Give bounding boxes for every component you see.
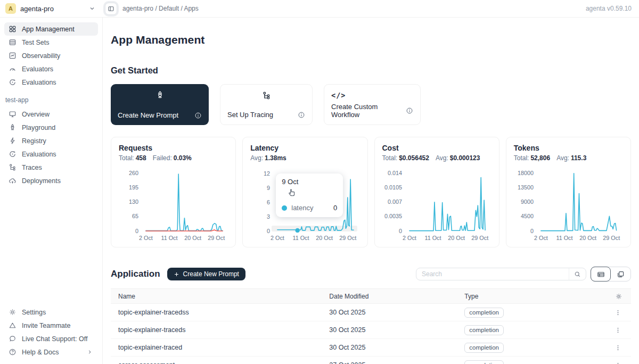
card-view-button[interactable] [610,267,630,281]
svg-text:0.007: 0.007 [387,198,402,205]
table-row[interactable]: topic-explainer-traceds 30 Oct 2025 comp… [111,321,631,339]
svg-text:13500: 13500 [518,184,534,191]
create-new-prompt-card[interactable]: Create New Prompt [111,84,209,125]
svg-text:130: 130 [129,198,138,205]
svg-text:20 Oct: 20 Oct [184,235,201,241]
svg-text:3: 3 [267,213,270,220]
card-label: Create New Prompt [118,111,178,119]
svg-text:20 Oct: 20 Oct [448,235,465,241]
series-dot [282,205,287,211]
column-header-date[interactable]: Date Modified [329,293,464,300]
svg-text:0.014: 0.014 [387,170,402,176]
card-label: Set Up Tracing [227,111,273,119]
latency-card: Latency Avg:1.38ms 0369122 Oct11 Oct20 O… [242,137,367,247]
breadcrumb[interactable]: agenta-pro / Default / Apps [122,5,199,12]
app-name: topic-explainer-tracedss [111,309,329,316]
search-input[interactable] [416,270,569,278]
sidebar-item-observability[interactable]: Observability [4,49,98,62]
column-header-type[interactable]: Type [464,293,594,300]
lightning-icon [9,137,17,145]
sidebar-item-label: Registry [22,137,46,145]
cost-card: Cost Total:$0.056452 Avg:$0.000123 00.00… [374,137,499,247]
search-button[interactable] [569,268,586,280]
cost-chart[interactable]: 00.00350.0070.01050.0142 Oct11 Oct20 Oct… [382,166,491,244]
tooltip-row: latency 0 [282,204,337,212]
set-up-tracing-card[interactable]: Set Up Tracing [220,84,313,125]
sidebar-item-registry[interactable]: Registry [4,134,98,147]
app-name: topic-explainer-traceds [111,326,329,334]
main-content: App Management Get Started Create New Pr… [103,18,639,364]
sidebar-item-traces[interactable]: Traces [4,161,98,174]
code-icon: </> [331,90,413,100]
svg-text:65: 65 [132,213,138,219]
requests-chart[interactable]: 0651301952602 Oct11 Oct20 Oct29 Oct [119,166,228,244]
sidebar-item-playground[interactable]: Playground [4,121,98,134]
chart-title: Requests [119,144,228,152]
create-new-prompt-button[interactable]: Create New Prompt [167,268,245,280]
sidebar-item-evaluations[interactable]: Evaluations [4,76,98,89]
kebab-menu-icon[interactable] [613,361,622,364]
svg-text:9000: 9000 [521,198,534,205]
table-row[interactable]: topic-explainer-traced 30 Oct 2025 compl… [111,339,631,357]
svg-text:12: 12 [264,170,270,177]
sidebar-item-evaluations-app[interactable]: Evaluations [4,147,98,161]
svg-text:29 Oct: 29 Oct [340,235,357,241]
svg-text:0.0035: 0.0035 [384,213,402,219]
workspace-selector[interactable]: A agenta-pro [0,3,103,14]
refresh-circle-icon [9,150,17,158]
svg-text:29 Oct: 29 Oct [603,235,620,241]
svg-text:0: 0 [398,228,402,234]
workspace-name: agenta-pro [20,5,54,13]
info-icon[interactable] [194,112,202,119]
svg-text:11 Oct: 11 Oct [161,235,178,241]
kebab-menu-icon[interactable] [613,343,622,352]
application-title: Application [111,269,160,279]
app-version: agenta v0.59.10 [586,5,639,12]
sidebar-collapse-button[interactable] [105,3,117,15]
svg-text:6: 6 [267,199,270,205]
series-name: latency [291,204,313,212]
workspace-avatar: A [5,3,16,14]
kebab-menu-icon[interactable] [613,308,622,317]
svg-text:29 Oct: 29 Oct [208,235,225,241]
table-row[interactable]: career-assessment 27 Oct 2025 completion [111,357,631,364]
chevron-right-icon [86,348,94,356]
card-label: Create Custom Workflow [331,103,406,119]
hand-cursor-icon [288,187,297,196]
svg-text:29 Oct: 29 Oct [471,235,488,241]
svg-text:2 Oct: 2 Oct [271,235,284,241]
sidebar-item-test-sets[interactable]: Test Sets [4,36,98,49]
sidebar-item-settings[interactable]: Settings [4,305,98,319]
sidebar-item-live-chat[interactable]: Live Chat Support: Off [4,332,98,345]
table-header: Name Date Modified Type [111,288,631,304]
sidebar-item-app-management[interactable]: App Management [4,22,98,36]
get-started-cards: Create New Prompt Set Up Tracing </> Cre… [111,84,631,125]
chart-stats: Total:52,806 Avg:115.3 [514,154,623,162]
svg-text:9: 9 [267,185,270,191]
svg-text:20 Oct: 20 Oct [316,235,333,241]
table-settings-gear-icon[interactable] [615,293,622,300]
info-icon[interactable] [298,111,305,119]
table-row[interactable]: topic-explainer-tracedss 30 Oct 2025 com… [111,304,631,321]
create-custom-workflow-card[interactable]: </> Create Custom Workflow [324,84,421,125]
monitor-icon [9,110,17,118]
sidebar-item-overview[interactable]: Overview [4,107,98,121]
tokens-chart[interactable]: 04500900013500180002 Oct11 Oct20 Oct29 O… [514,166,623,244]
sidebar-item-label: Traces [22,164,42,171]
sidebar-item-evaluators[interactable]: Evaluators [4,62,98,76]
kebab-menu-icon[interactable] [613,326,622,335]
chevron-down-icon [89,5,95,12]
sidebar-item-deployments[interactable]: Deployments [4,174,98,187]
info-icon[interactable] [406,107,413,114]
type-badge: completion [464,343,504,353]
column-header-name[interactable]: Name [111,293,329,300]
sidebar-item-label: Deployments [22,177,61,185]
svg-text:11 Oct: 11 Oct [293,235,309,241]
sidebar-item-invite-teammate[interactable]: Invite Teammate [4,319,98,332]
app-date: 30 Oct 2025 [329,326,464,334]
table-view-button[interactable] [591,267,611,282]
chart-tooltip: 9 Oct latency 0 [276,173,343,217]
sidebar-item-label: Evaluations [22,151,56,158]
sidebar: App Management Test Sets Observability E… [0,18,103,364]
sidebar-item-help-docs[interactable]: Help & Docs [4,345,98,359]
